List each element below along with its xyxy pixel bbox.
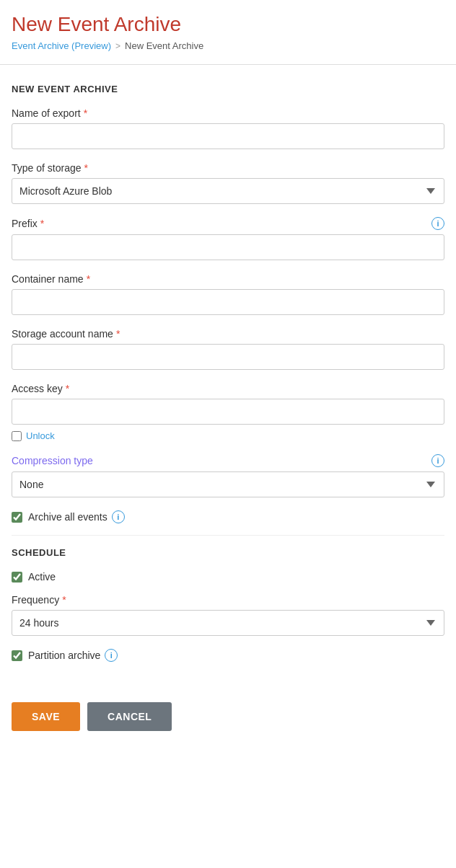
type-of-storage-label: Type of storage * [12, 162, 444, 174]
compression-type-label-left: Compression type [12, 455, 93, 466]
storage-account-name-label-text: Storage account name [12, 328, 113, 340]
container-name-group: Container name * [12, 273, 444, 315]
name-of-export-label: Name of export * [12, 107, 444, 119]
partition-archive-label-text: Partition archive [28, 650, 100, 661]
form-container: NEW EVENT ARCHIVE Name of export * Type … [0, 72, 456, 685]
prefix-info-icon[interactable]: i [431, 217, 444, 230]
breadcrumb-separator: > [115, 41, 120, 51]
header-divider [0, 64, 456, 65]
compression-type-label-row: Compression type i [12, 454, 444, 467]
page-header: New Event Archive Event Archive (Preview… [0, 0, 456, 57]
type-of-storage-group: Type of storage * Microsoft Azure Blob A… [12, 162, 444, 204]
archive-all-events-row: Archive all events i [12, 510, 444, 523]
breadcrumb-link[interactable]: Event Archive (Preview) [12, 40, 111, 51]
prefix-label-left: Prefix * [12, 218, 44, 229]
schedule-section: SCHEDULE Active Frequency * 1 hour 6 hou… [12, 547, 444, 662]
section-title: NEW EVENT ARCHIVE [12, 84, 444, 94]
prefix-input[interactable] [12, 234, 444, 260]
name-of-export-label-text: Name of export [12, 107, 81, 119]
prefix-label-row: Prefix * i [12, 217, 444, 230]
type-of-storage-select[interactable]: Microsoft Azure Blob Amazon S3 Google Cl… [12, 178, 444, 204]
frequency-label-text: Frequency [12, 594, 59, 606]
type-of-storage-required: * [84, 162, 88, 174]
active-row: Active [12, 571, 444, 583]
button-row: SAVE CANCEL [0, 691, 456, 743]
type-of-storage-label-text: Type of storage [12, 162, 82, 174]
active-checkbox[interactable] [12, 572, 22, 583]
partition-archive-checkbox[interactable] [12, 650, 22, 661]
archive-all-events-label-text: Archive all events [28, 511, 108, 523]
compression-type-info-icon[interactable]: i [431, 454, 444, 467]
archive-all-events-checkbox[interactable] [12, 512, 22, 523]
storage-account-name-input[interactable] [12, 344, 444, 370]
name-of-export-required: * [84, 107, 87, 119]
container-name-label-text: Container name [12, 273, 84, 285]
frequency-label: Frequency * [12, 594, 444, 606]
storage-account-name-group: Storage account name * [12, 328, 444, 370]
prefix-group: Prefix * i [12, 217, 444, 260]
container-name-input[interactable] [12, 289, 444, 315]
prefix-label-text: Prefix [12, 218, 38, 229]
access-key-label: Access key * [12, 383, 444, 394]
storage-account-name-label: Storage account name * [12, 328, 444, 340]
frequency-select[interactable]: 1 hour 6 hours 12 hours 24 hours 48 hour… [12, 610, 444, 636]
partition-archive-label[interactable]: Partition archive i [28, 649, 118, 662]
schedule-section-title: SCHEDULE [12, 547, 444, 558]
access-key-group: Access key * Unlock [12, 383, 444, 441]
unlock-label[interactable]: Unlock [26, 430, 55, 441]
archive-all-events-label[interactable]: Archive all events i [28, 510, 125, 523]
container-name-required: * [87, 273, 90, 285]
container-name-label: Container name * [12, 273, 444, 285]
unlock-checkbox[interactable] [12, 431, 22, 441]
compression-type-group: Compression type i None GZIP Snappy [12, 454, 444, 497]
cancel-button[interactable]: CANCEL [87, 702, 172, 731]
storage-account-name-required: * [116, 328, 120, 340]
partition-archive-row: Partition archive i [12, 649, 444, 662]
partition-archive-info-icon[interactable]: i [105, 649, 118, 662]
access-key-label-text: Access key [12, 383, 63, 394]
archive-all-events-info-icon[interactable]: i [112, 510, 125, 523]
compression-type-label-text: Compression type [12, 455, 93, 466]
name-of-export-group: Name of export * [12, 107, 444, 149]
active-label-text: Active [28, 571, 56, 583]
prefix-required: * [40, 218, 44, 229]
frequency-group: Frequency * 1 hour 6 hours 12 hours 24 h… [12, 594, 444, 636]
name-of-export-input[interactable] [12, 123, 444, 149]
access-key-required: * [66, 383, 69, 394]
active-label[interactable]: Active [28, 571, 56, 583]
unlock-row: Unlock [12, 430, 444, 441]
frequency-required: * [62, 594, 66, 606]
breadcrumb: Event Archive (Preview) > New Event Arch… [12, 40, 444, 51]
schedule-divider [12, 535, 444, 536]
page-title: New Event Archive [12, 13, 444, 36]
compression-type-select[interactable]: None GZIP Snappy [12, 471, 444, 497]
access-key-input[interactable] [12, 399, 444, 425]
save-button[interactable]: SAVE [12, 702, 80, 731]
breadcrumb-current: New Event Archive [125, 40, 203, 51]
